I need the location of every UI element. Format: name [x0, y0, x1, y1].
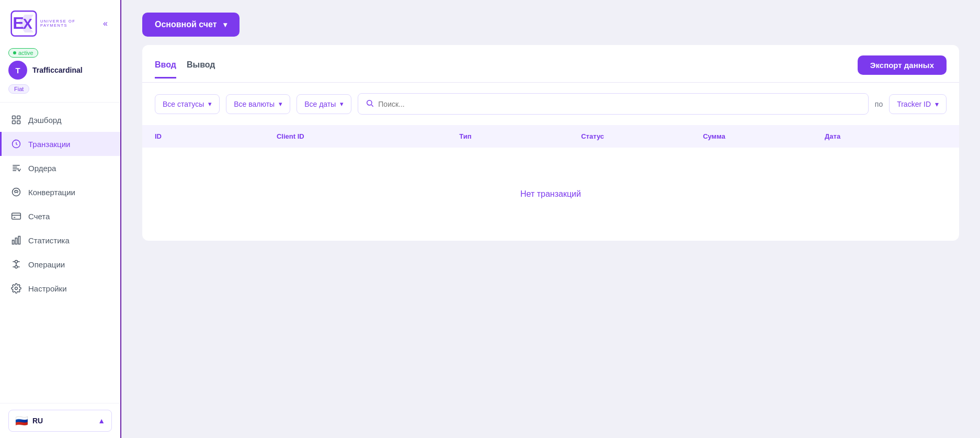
logo-subtitle: UNIVERSE OF PAYMENTS — [40, 19, 101, 28]
status-chevron-icon: ▾ — [208, 100, 212, 108]
active-dot — [13, 51, 16, 54]
svg-text:X: X — [23, 16, 32, 32]
svg-rect-17 — [13, 240, 14, 244]
accounts-icon — [10, 210, 22, 222]
currency-filter-label: Все валюты — [234, 100, 275, 108]
sidebar-nav: Дэшборд Транзакции Ордера — [0, 103, 120, 403]
empty-message: Нет транзакций — [520, 189, 581, 199]
fiat-badge: Fiat — [8, 84, 29, 94]
account-chevron-icon: ▾ — [223, 20, 227, 29]
accounts-label: Счета — [28, 212, 50, 221]
account-selector-button[interactable]: Основной счет ▾ — [142, 13, 240, 37]
svg-rect-5 — [17, 116, 20, 119]
top-bar: Основной счет ▾ — [121, 0, 980, 45]
orders-label: Ордера — [28, 164, 56, 173]
column-type: Тип — [459, 132, 581, 140]
sidebar-item-orders[interactable]: Ордера — [0, 156, 120, 180]
sidebar-item-settings[interactable]: Настройки — [0, 276, 120, 300]
column-amount: Сумма — [703, 132, 825, 140]
sidebar-item-statistics[interactable]: Статистика — [0, 228, 120, 252]
collapse-button[interactable]: « — [101, 17, 110, 30]
transactions-label: Транзакции — [28, 140, 70, 149]
date-filter[interactable]: Все даты ▾ — [297, 94, 351, 114]
transactions-card: Ввод Вывод Экспорт данных Все статусы ▾ … — [142, 45, 959, 241]
svg-point-22 — [15, 287, 18, 290]
empty-state: Нет транзакций — [142, 148, 959, 241]
flag-icon: 🇷🇺 — [15, 414, 28, 427]
currency-filter[interactable]: Все валюты ▾ — [226, 94, 290, 114]
column-date: Дата — [825, 132, 947, 140]
orders-icon — [10, 162, 22, 174]
tab-input[interactable]: Ввод — [155, 60, 176, 78]
conversions-label: Конвертации — [28, 188, 75, 197]
column-id: ID — [155, 132, 277, 140]
logo-icon: E X — [10, 9, 37, 38]
language-button[interactable]: 🇷🇺 RU ▲ — [8, 410, 112, 432]
sidebar: E X UNIVERSE OF PAYMENTS « active T Traf… — [0, 0, 121, 438]
search-icon — [366, 99, 374, 109]
svg-rect-19 — [18, 237, 20, 244]
status-filter-label: Все статусы — [163, 100, 204, 108]
by-label: по — [875, 100, 883, 108]
tracker-chevron-icon: ▾ — [935, 100, 939, 108]
statistics-icon — [10, 234, 22, 246]
search-box — [358, 93, 869, 115]
statistics-label: Статистика — [28, 236, 70, 245]
language-code: RU — [32, 417, 43, 425]
svg-point-21 — [15, 266, 18, 268]
filters-row: Все статусы ▾ Все валюты ▾ Все даты ▾ — [142, 83, 959, 125]
svg-line-24 — [372, 105, 373, 106]
user-section: active T Trafficcardinal Fiat — [0, 43, 120, 103]
settings-icon — [10, 283, 22, 294]
dashboard-icon — [10, 114, 22, 126]
active-badge: active — [8, 48, 38, 58]
account-label: Основной счет — [155, 20, 217, 29]
settings-label: Настройки — [28, 284, 67, 293]
tab-output[interactable]: Вывод — [187, 60, 215, 78]
language-chevron-icon: ▲ — [98, 417, 105, 425]
status-filter[interactable]: Все статусы ▾ — [155, 94, 220, 114]
operations-icon — [10, 259, 22, 270]
dashboard-label: Дэшборд — [28, 116, 62, 125]
tracker-filter-label: Tracker ID — [897, 100, 931, 108]
active-label: active — [18, 50, 33, 56]
sidebar-item-conversions[interactable]: Конвертации — [0, 180, 120, 204]
date-filter-label: Все даты — [304, 100, 336, 108]
user-name: Trafficcardinal — [32, 66, 83, 74]
search-input[interactable] — [378, 100, 861, 108]
avatar: T — [8, 61, 27, 80]
sidebar-item-transactions[interactable]: Транзакции — [0, 132, 120, 156]
column-status: Статус — [581, 132, 703, 140]
svg-rect-4 — [13, 116, 16, 119]
export-button[interactable]: Экспорт данных — [858, 55, 947, 75]
transactions-icon — [10, 138, 22, 150]
logo-text: UNIVERSE OF PAYMENTS — [40, 19, 101, 28]
sidebar-item-dashboard[interactable]: Дэшборд — [0, 108, 120, 132]
sidebar-logo-area: E X UNIVERSE OF PAYMENTS « — [0, 0, 120, 43]
currency-chevron-icon: ▾ — [279, 100, 282, 108]
language-section: 🇷🇺 RU ▲ — [0, 403, 120, 438]
user-row: T Trafficcardinal — [8, 61, 112, 80]
svg-rect-7 — [17, 121, 20, 124]
logo: E X UNIVERSE OF PAYMENTS — [10, 9, 101, 38]
tabs-toolbar: Ввод Вывод Экспорт данных — [142, 45, 959, 83]
table-header: ID Client ID Тип Статус Сумма Дата — [142, 125, 959, 148]
svg-point-23 — [367, 100, 372, 105]
column-client-id: Client ID — [277, 132, 459, 140]
sidebar-item-accounts[interactable]: Счета — [0, 204, 120, 228]
svg-point-20 — [15, 261, 18, 263]
svg-rect-14 — [12, 213, 21, 219]
main-content: Основной счет ▾ Ввод Вывод Экспорт данны… — [121, 0, 980, 438]
tracker-filter[interactable]: Tracker ID ▾ — [889, 94, 947, 114]
sidebar-item-operations[interactable]: Операции — [0, 252, 120, 276]
operations-label: Операции — [28, 260, 65, 269]
svg-rect-18 — [15, 238, 17, 244]
content-area: Ввод Вывод Экспорт данных Все статусы ▾ … — [121, 45, 980, 438]
svg-rect-6 — [13, 121, 16, 124]
date-chevron-icon: ▾ — [340, 100, 344, 108]
conversions-icon — [10, 186, 22, 198]
